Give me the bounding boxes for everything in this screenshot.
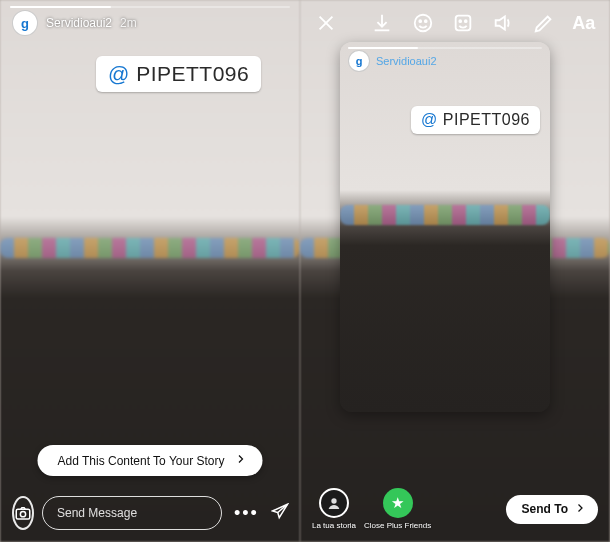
svg-point-6 — [459, 20, 461, 22]
close-friends-icon: ★ — [383, 488, 413, 518]
svg-rect-0 — [16, 509, 30, 519]
reposted-avatar: g — [348, 50, 370, 72]
draw-button[interactable] — [531, 10, 555, 36]
save-button[interactable] — [370, 10, 394, 36]
svg-point-2 — [414, 15, 431, 32]
chevron-right-icon — [574, 502, 586, 517]
editor-destination-bar: La tua storia ★ Close Plus Friends Send … — [300, 478, 610, 542]
add-to-story-button[interactable]: Add This Content To Your Story — [38, 445, 263, 476]
sound-on-icon — [492, 12, 514, 34]
draw-icon — [533, 12, 555, 34]
close-button[interactable] — [314, 10, 338, 36]
face-filter-icon — [412, 12, 434, 34]
chevron-right-icon — [235, 453, 247, 468]
author-username[interactable]: Servidioaui2 — [46, 16, 112, 30]
reposted-header: g Servidioaui2 — [340, 42, 550, 76]
reposted-mention-tag[interactable]: @ PIPETT096 — [411, 106, 540, 134]
camera-icon — [14, 504, 32, 522]
reposted-username: Servidioaui2 — [376, 55, 437, 67]
send-icon — [271, 502, 289, 520]
reposted-story-card[interactable]: g Servidioaui2 @ PIPETT096 — [340, 42, 550, 412]
more-options-button[interactable]: ••• — [230, 503, 263, 524]
svg-point-8 — [331, 498, 336, 503]
share-button[interactable] — [271, 502, 289, 524]
reposted-mention-handle: PIPETT096 — [443, 111, 530, 128]
add-to-story-label: Add This Content To Your Story — [58, 454, 225, 468]
mention-handle: PIPETT096 — [136, 62, 249, 85]
your-story-destination[interactable]: La tua storia — [312, 488, 356, 530]
svg-point-4 — [425, 20, 427, 22]
sticker-button[interactable] — [451, 10, 475, 36]
your-story-avatar — [319, 488, 349, 518]
editor-toolbar: Aa — [300, 0, 610, 46]
mention-at: @ — [108, 62, 136, 85]
story-header: g Servidioaui2 2m — [0, 0, 300, 42]
sound-toggle[interactable] — [491, 10, 515, 36]
text-button[interactable]: Aa — [572, 10, 596, 36]
story-age: 2m — [120, 16, 137, 30]
camera-reply-button[interactable] — [12, 496, 34, 530]
person-icon — [326, 495, 342, 511]
text-icon: Aa — [572, 13, 595, 34]
send-to-label: Send To — [522, 502, 568, 516]
download-icon — [371, 12, 393, 34]
close-icon — [315, 12, 337, 34]
close-friends-label: Close Plus Friends — [364, 521, 431, 530]
reposted-mention-at: @ — [421, 111, 443, 128]
mention-tag[interactable]: @ PIPETT096 — [96, 56, 261, 92]
svg-point-1 — [20, 512, 25, 517]
story-viewer: g Servidioaui2 2m @ PIPETT096 Add This C… — [0, 0, 300, 542]
your-story-label: La tua storia — [312, 521, 356, 530]
sticker-icon — [452, 12, 474, 34]
author-avatar[interactable]: g — [12, 10, 38, 36]
reply-input[interactable] — [42, 496, 222, 530]
svg-point-7 — [465, 20, 467, 22]
story-reply-bar: ••• — [0, 486, 300, 542]
story-editor: Aa g Servidioaui2 @ PIPETT096 La tua sto… — [300, 0, 610, 542]
svg-point-3 — [419, 20, 421, 22]
send-to-button[interactable]: Send To — [506, 495, 598, 524]
face-filter-button[interactable] — [411, 10, 435, 36]
reposted-story-media — [340, 42, 550, 412]
close-friends-destination[interactable]: ★ Close Plus Friends — [364, 488, 431, 530]
